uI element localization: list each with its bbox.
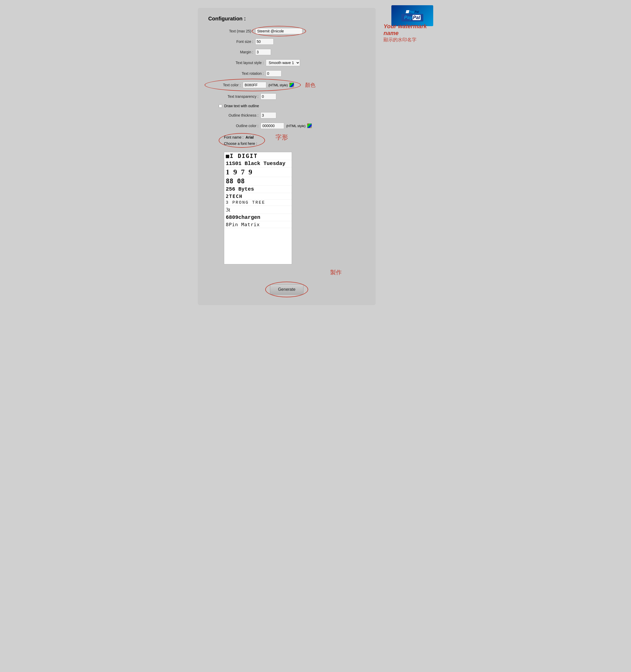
font-list-item[interactable]: 2TECH (224, 193, 292, 200)
text-transparency-row: Text transparency : (208, 93, 365, 100)
font-list-item[interactable]: 6809chargen (224, 214, 292, 221)
font-list-item[interactable]: 256 Bytes (224, 186, 292, 193)
outline-color-label: Outline color : (208, 124, 261, 128)
text-input[interactable] (255, 28, 302, 34)
font-name-label: Font name : (224, 135, 243, 139)
page-wrapper: 🅿 PayPal PayPal Configuration : Text (ma… (198, 5, 433, 667)
text-color-label: Text color : (211, 83, 243, 87)
config-panel: Configuration : Text (max 25) : Font siz… (198, 8, 376, 305)
generate-row: Generate (208, 284, 365, 295)
watermark-annotation-en: Your watermark name (383, 23, 433, 37)
watermark-annotation-zh: 顯示的水印名字 (383, 37, 433, 43)
generate-section: 製作 (208, 268, 365, 277)
font-list-item[interactable]: 88 08 (224, 177, 292, 186)
font-list-item[interactable]: 3t (224, 206, 292, 214)
html-style-label: (HTML style) (268, 83, 288, 87)
config-title: Configuration : (208, 16, 365, 22)
text-layout-select[interactable]: Smooth wave 1 Smooth wave 2 Arc Straight (266, 59, 300, 66)
outline-color-swatch[interactable] (307, 123, 312, 128)
margin-label: Margin : (208, 50, 255, 54)
text-rotation-label: Text rotation : (208, 71, 266, 76)
font-size-input[interactable] (255, 39, 274, 45)
margin-input[interactable] (255, 49, 271, 55)
text-rotation-row: Text rotation : (208, 70, 365, 77)
font-list-item[interactable]: 3 PRONG TREE (224, 200, 292, 206)
watermark-annotation-block: Your watermark name 顯示的水印名字 (383, 23, 433, 43)
draw-outline-label: Draw text with outline (224, 104, 259, 108)
text-color-circled: Text color : (HTML style) (208, 81, 297, 89)
font-list-item[interactable]: 11S01 Black Tuesday (224, 160, 292, 167)
text-color-input[interactable] (243, 82, 266, 88)
outline-thickness-label: Outline thickness : (208, 113, 261, 117)
text-rotation-input[interactable] (266, 70, 281, 77)
font-list-item[interactable]: 8Pin Matrix (224, 221, 292, 228)
font-list-box[interactable]: ■I DIGIT 11S01 Black Tuesday 1 9 7 9 88 … (224, 152, 292, 264)
font-size-label: Font size : (208, 40, 255, 44)
outline-thickness-input[interactable] (261, 112, 276, 118)
text-transparency-label: Text transparency : (208, 94, 261, 99)
font-list-item[interactable]: 1 9 7 9 (224, 167, 292, 177)
generate-annotation: 製作 (330, 268, 342, 277)
font-annotation: 字形 (276, 133, 288, 141)
outline-color-input[interactable] (261, 123, 284, 129)
choose-font-label: Choose a font here : (224, 141, 257, 146)
outline-thickness-row: Outline thickness : (208, 112, 365, 118)
outline-color-row: Outline color : (HTML style) (208, 123, 365, 129)
margin-row: Margin : (208, 49, 365, 55)
text-row: Text (max 25) : (208, 28, 365, 34)
font-name-row-inner: Font name : Arial (224, 135, 257, 139)
text-layout-label: Text layout style : (208, 61, 266, 65)
font-size-row: Font size : (208, 39, 365, 45)
generate-button[interactable]: Generate (270, 284, 304, 295)
generate-btn-wrap: Generate (270, 284, 304, 295)
font-name-value: Arial (246, 135, 254, 139)
text-color-swatch[interactable] (289, 82, 294, 87)
draw-outline-row: Draw text with outline (219, 104, 365, 108)
draw-outline-checkbox[interactable] (219, 104, 222, 108)
text-layout-row: Text layout style : Smooth wave 1 Smooth… (208, 59, 365, 66)
choose-font-row: Choose a font here : (224, 141, 257, 146)
text-label: Text (max 25) : (208, 29, 255, 33)
color-annotation: 顏色 (305, 81, 316, 89)
text-input-circled (255, 28, 302, 34)
font-list-item[interactable]: ■I DIGIT (224, 152, 292, 160)
text-color-row: Text color : (HTML style) 顏色 (208, 81, 365, 89)
outline-html-style-label: (HTML style) (286, 124, 306, 128)
font-name-section: Font name : Arial Choose a font here : 字… (208, 133, 365, 148)
text-transparency-input[interactable] (261, 93, 276, 100)
